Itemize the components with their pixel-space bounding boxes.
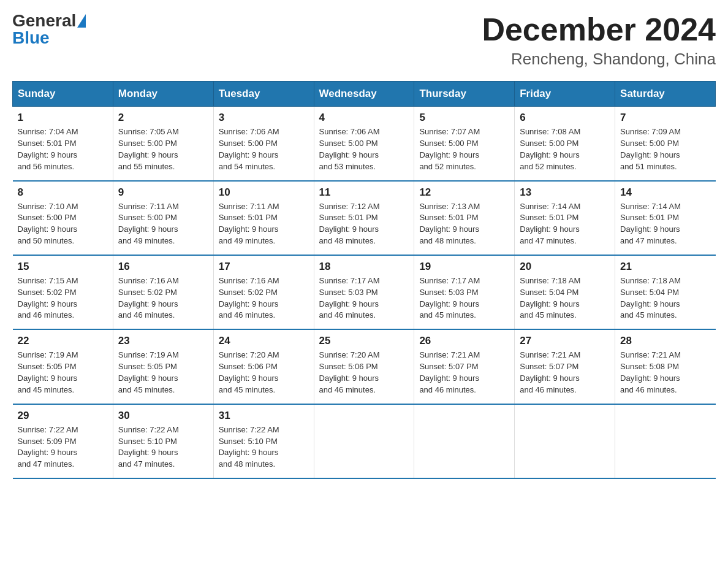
calendar-cell: 6 Sunrise: 7:08 AM Sunset: 5:00 PM Dayli… bbox=[515, 107, 615, 181]
col-header-friday: Friday bbox=[515, 82, 615, 107]
day-number: 6 bbox=[520, 112, 610, 124]
day-info: Sunrise: 7:09 AM Sunset: 5:00 PM Dayligh… bbox=[620, 126, 710, 172]
day-info: Sunrise: 7:21 AM Sunset: 5:08 PM Dayligh… bbox=[620, 350, 710, 396]
day-number: 17 bbox=[219, 261, 309, 273]
calendar-cell bbox=[515, 404, 615, 478]
day-number: 21 bbox=[620, 261, 710, 273]
logo: General Blue bbox=[12, 12, 86, 47]
calendar-header-row: SundayMondayTuesdayWednesdayThursdayFrid… bbox=[13, 82, 716, 107]
day-number: 30 bbox=[118, 410, 208, 422]
day-info: Sunrise: 7:04 AM Sunset: 5:01 PM Dayligh… bbox=[18, 126, 108, 172]
calendar-cell: 4 Sunrise: 7:06 AM Sunset: 5:00 PM Dayli… bbox=[314, 107, 414, 181]
day-number: 15 bbox=[18, 261, 108, 273]
col-header-wednesday: Wednesday bbox=[314, 82, 414, 107]
day-info: Sunrise: 7:22 AM Sunset: 5:10 PM Dayligh… bbox=[219, 424, 309, 470]
calendar-week-row: 22 Sunrise: 7:19 AM Sunset: 5:05 PM Dayl… bbox=[13, 329, 716, 404]
calendar-cell: 17 Sunrise: 7:16 AM Sunset: 5:02 PM Dayl… bbox=[213, 255, 314, 329]
day-info: Sunrise: 7:21 AM Sunset: 5:07 PM Dayligh… bbox=[520, 350, 610, 396]
day-number: 2 bbox=[118, 112, 208, 124]
calendar-cell: 25 Sunrise: 7:20 AM Sunset: 5:06 PM Dayl… bbox=[314, 329, 414, 404]
calendar-cell: 21 Sunrise: 7:18 AM Sunset: 5:04 PM Dayl… bbox=[615, 255, 716, 329]
location-title: Rencheng, Shandong, China bbox=[482, 50, 716, 69]
calendar-cell: 15 Sunrise: 7:15 AM Sunset: 5:02 PM Dayl… bbox=[13, 255, 113, 329]
logo-triangle-icon bbox=[77, 14, 86, 28]
calendar-week-row: 29 Sunrise: 7:22 AM Sunset: 5:09 PM Dayl… bbox=[13, 404, 716, 478]
col-header-thursday: Thursday bbox=[414, 82, 515, 107]
day-number: 14 bbox=[620, 186, 710, 199]
day-info: Sunrise: 7:19 AM Sunset: 5:05 PM Dayligh… bbox=[18, 350, 108, 396]
logo-general-text: General bbox=[12, 12, 76, 29]
day-info: Sunrise: 7:12 AM Sunset: 5:01 PM Dayligh… bbox=[319, 201, 409, 247]
day-info: Sunrise: 7:07 AM Sunset: 5:00 PM Dayligh… bbox=[419, 126, 509, 172]
calendar-cell: 8 Sunrise: 7:10 AM Sunset: 5:00 PM Dayli… bbox=[13, 181, 113, 255]
day-info: Sunrise: 7:06 AM Sunset: 5:00 PM Dayligh… bbox=[319, 126, 409, 172]
day-number: 25 bbox=[319, 335, 409, 347]
day-number: 12 bbox=[419, 186, 509, 199]
calendar-cell: 11 Sunrise: 7:12 AM Sunset: 5:01 PM Dayl… bbox=[314, 181, 414, 255]
col-header-saturday: Saturday bbox=[615, 82, 716, 107]
col-header-tuesday: Tuesday bbox=[213, 82, 314, 107]
day-info: Sunrise: 7:06 AM Sunset: 5:00 PM Dayligh… bbox=[219, 126, 309, 172]
calendar-cell: 24 Sunrise: 7:20 AM Sunset: 5:06 PM Dayl… bbox=[213, 329, 314, 404]
page-header: General Blue December 2024 Rencheng, Sha… bbox=[12, 12, 716, 69]
day-info: Sunrise: 7:17 AM Sunset: 5:03 PM Dayligh… bbox=[419, 275, 509, 321]
day-info: Sunrise: 7:16 AM Sunset: 5:02 PM Dayligh… bbox=[118, 275, 208, 321]
day-number: 22 bbox=[18, 335, 108, 347]
day-number: 8 bbox=[18, 186, 108, 199]
day-number: 28 bbox=[620, 335, 710, 347]
day-number: 24 bbox=[219, 335, 309, 347]
col-header-sunday: Sunday bbox=[13, 82, 113, 107]
title-area: December 2024 Rencheng, Shandong, China bbox=[482, 12, 716, 69]
day-number: 1 bbox=[18, 112, 108, 124]
day-number: 31 bbox=[219, 410, 309, 422]
month-title: December 2024 bbox=[482, 12, 716, 47]
calendar-cell: 22 Sunrise: 7:19 AM Sunset: 5:05 PM Dayl… bbox=[13, 329, 113, 404]
day-info: Sunrise: 7:18 AM Sunset: 5:04 PM Dayligh… bbox=[620, 275, 710, 321]
day-info: Sunrise: 7:20 AM Sunset: 5:06 PM Dayligh… bbox=[219, 350, 309, 396]
calendar-cell: 31 Sunrise: 7:22 AM Sunset: 5:10 PM Dayl… bbox=[213, 404, 314, 478]
day-number: 4 bbox=[319, 112, 409, 124]
calendar-cell: 26 Sunrise: 7:21 AM Sunset: 5:07 PM Dayl… bbox=[414, 329, 515, 404]
day-number: 23 bbox=[118, 335, 208, 347]
calendar-cell: 14 Sunrise: 7:14 AM Sunset: 5:01 PM Dayl… bbox=[615, 181, 716, 255]
calendar-cell: 2 Sunrise: 7:05 AM Sunset: 5:00 PM Dayli… bbox=[113, 107, 213, 181]
day-number: 9 bbox=[118, 186, 208, 199]
calendar-cell: 16 Sunrise: 7:16 AM Sunset: 5:02 PM Dayl… bbox=[113, 255, 213, 329]
calendar-cell: 5 Sunrise: 7:07 AM Sunset: 5:00 PM Dayli… bbox=[414, 107, 515, 181]
day-info: Sunrise: 7:10 AM Sunset: 5:00 PM Dayligh… bbox=[18, 201, 108, 247]
calendar-cell: 18 Sunrise: 7:17 AM Sunset: 5:03 PM Dayl… bbox=[314, 255, 414, 329]
col-header-monday: Monday bbox=[113, 82, 213, 107]
day-number: 13 bbox=[520, 186, 610, 199]
calendar-cell: 12 Sunrise: 7:13 AM Sunset: 5:01 PM Dayl… bbox=[414, 181, 515, 255]
day-info: Sunrise: 7:14 AM Sunset: 5:01 PM Dayligh… bbox=[520, 201, 610, 247]
calendar-table: SundayMondayTuesdayWednesdayThursdayFrid… bbox=[12, 81, 716, 479]
calendar-cell: 23 Sunrise: 7:19 AM Sunset: 5:05 PM Dayl… bbox=[113, 329, 213, 404]
day-number: 18 bbox=[319, 261, 409, 273]
day-number: 11 bbox=[319, 186, 409, 199]
calendar-cell: 1 Sunrise: 7:04 AM Sunset: 5:01 PM Dayli… bbox=[13, 107, 113, 181]
day-number: 20 bbox=[520, 261, 610, 273]
calendar-cell bbox=[615, 404, 716, 478]
day-info: Sunrise: 7:16 AM Sunset: 5:02 PM Dayligh… bbox=[219, 275, 309, 321]
day-info: Sunrise: 7:15 AM Sunset: 5:02 PM Dayligh… bbox=[18, 275, 108, 321]
calendar-cell: 20 Sunrise: 7:18 AM Sunset: 5:04 PM Dayl… bbox=[515, 255, 615, 329]
day-number: 26 bbox=[419, 335, 509, 347]
calendar-cell: 7 Sunrise: 7:09 AM Sunset: 5:00 PM Dayli… bbox=[615, 107, 716, 181]
calendar-cell: 29 Sunrise: 7:22 AM Sunset: 5:09 PM Dayl… bbox=[13, 404, 113, 478]
day-info: Sunrise: 7:18 AM Sunset: 5:04 PM Dayligh… bbox=[520, 275, 610, 321]
day-info: Sunrise: 7:14 AM Sunset: 5:01 PM Dayligh… bbox=[620, 201, 710, 247]
calendar-cell: 27 Sunrise: 7:21 AM Sunset: 5:07 PM Dayl… bbox=[515, 329, 615, 404]
day-number: 19 bbox=[419, 261, 509, 273]
calendar-cell bbox=[414, 404, 515, 478]
day-number: 27 bbox=[520, 335, 610, 347]
day-number: 5 bbox=[419, 112, 509, 124]
calendar-cell: 9 Sunrise: 7:11 AM Sunset: 5:00 PM Dayli… bbox=[113, 181, 213, 255]
calendar-week-row: 1 Sunrise: 7:04 AM Sunset: 5:01 PM Dayli… bbox=[13, 107, 716, 181]
day-info: Sunrise: 7:11 AM Sunset: 5:01 PM Dayligh… bbox=[219, 201, 309, 247]
calendar-cell: 13 Sunrise: 7:14 AM Sunset: 5:01 PM Dayl… bbox=[515, 181, 615, 255]
day-info: Sunrise: 7:13 AM Sunset: 5:01 PM Dayligh… bbox=[419, 201, 509, 247]
day-number: 29 bbox=[18, 410, 108, 422]
calendar-cell: 28 Sunrise: 7:21 AM Sunset: 5:08 PM Dayl… bbox=[615, 329, 716, 404]
calendar-week-row: 15 Sunrise: 7:15 AM Sunset: 5:02 PM Dayl… bbox=[13, 255, 716, 329]
day-info: Sunrise: 7:08 AM Sunset: 5:00 PM Dayligh… bbox=[520, 126, 610, 172]
